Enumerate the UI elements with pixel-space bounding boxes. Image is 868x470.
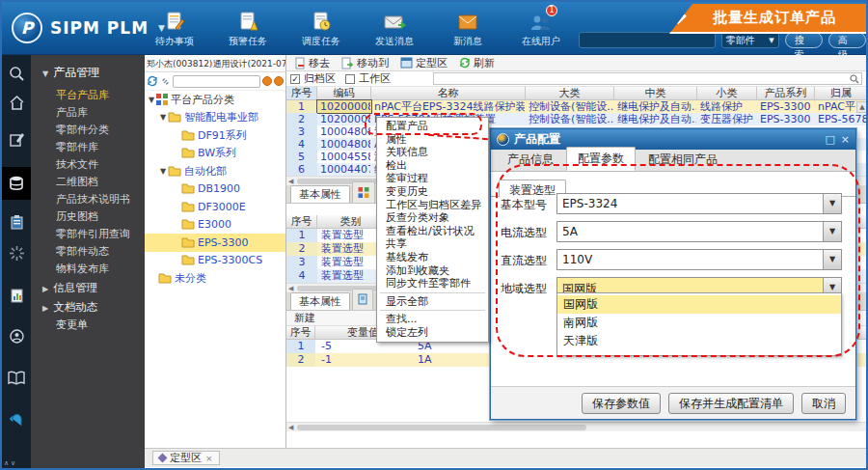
tree-node-series[interactable]: BW系列 <box>145 145 285 163</box>
tree-node-series[interactable]: DB1900 <box>145 180 285 199</box>
remove-button[interactable]: 移去 <box>290 56 334 70</box>
tree-node-root[interactable]: ▼ 平台产品分类 <box>145 91 285 109</box>
refresh-icon[interactable] <box>147 75 158 87</box>
dropdown-option[interactable]: 国网版 <box>557 295 841 314</box>
move-to-button[interactable]: 移动到 <box>338 56 393 70</box>
selected-cell[interactable]: 102000085 <box>317 100 371 113</box>
nav-section-info-mgmt[interactable]: ▶信息管理 <box>31 278 145 297</box>
undo-arrow-icon[interactable] <box>2 406 31 435</box>
menu-item-checkout[interactable]: 检出 <box>377 159 488 173</box>
link-icon[interactable] <box>160 76 171 87</box>
save-params-button[interactable]: 保存参数值 <box>582 393 661 414</box>
save-and-generate-button[interactable]: 保存并生成配置清单 <box>668 393 794 414</box>
nav-item-history-drawings[interactable]: 历史图档 <box>31 208 145 226</box>
clipboard-icon[interactable] <box>2 207 31 236</box>
tree-node-series[interactable]: DF3000E <box>145 198 285 216</box>
scroll-left-arrow[interactable]: ◀ <box>288 424 293 431</box>
tree-filter-next-button[interactable] <box>274 76 284 86</box>
tab-basic-attributes[interactable]: 基本属性 <box>290 292 350 310</box>
nav-section-product-mgmt[interactable]: ▼产品管理 <box>31 55 145 87</box>
send-message-button[interactable]: 发送消息 <box>366 9 422 48</box>
menu-item-lock-left-column[interactable]: 锁定左列 <box>377 326 488 340</box>
tree-filter-input[interactable] <box>173 75 260 88</box>
todo-tasks-button[interactable]: 待办事项 <box>147 9 203 48</box>
chevron-down-icon[interactable]: ▼ <box>823 194 841 213</box>
nav-section-doc-activity[interactable]: ▶文档动态 <box>31 297 145 317</box>
horizontal-scrollbar[interactable]: ◀ <box>286 422 868 431</box>
nav-item-platform-product-lib[interactable]: 平台产品库 <box>31 87 145 104</box>
scroll-up-arrow[interactable]: ▲ <box>856 101 868 113</box>
report-icon[interactable] <box>2 281 31 310</box>
menu-item-related-info[interactable]: 关联信息 <box>377 146 488 159</box>
menu-item-change-history[interactable]: 变更历史 <box>377 185 488 199</box>
table-row[interactable]: 2 102000084 EPS-5678A保护测控装置 控制设备(智能设... … <box>286 113 868 125</box>
close-icon[interactable]: × <box>205 454 213 463</box>
base-model-combobox[interactable]: EPS-3324 ▼ <box>556 193 842 214</box>
refresh-button[interactable]: 刷新 <box>455 56 499 70</box>
tab-config-params[interactable]: 配置参数 <box>566 147 636 171</box>
tree-node-series[interactable]: EPS-3300CS <box>145 252 285 270</box>
zone-button[interactable]: 定型区 <box>396 56 451 70</box>
maximize-icon[interactable]: □ <box>825 133 834 146</box>
search-button[interactable]: 搜索 <box>785 32 823 48</box>
search-category-select[interactable]: 零部件 ▼ <box>721 32 779 48</box>
advanced-search-button[interactable]: 高级 <box>828 32 866 48</box>
tab-basic-attributes[interactable]: 基本属性 <box>290 185 350 203</box>
chevron-down-icon[interactable]: ▼ <box>823 250 841 269</box>
archive-checkbox[interactable]: ✓ <box>290 74 300 84</box>
nav-item-tech-docs[interactable]: 技术文件 <box>31 156 145 174</box>
menu-item-approval-process[interactable]: 签审过程 <box>377 172 488 185</box>
table-search-input[interactable] <box>433 72 862 85</box>
menu-item-share[interactable]: 共享 <box>377 237 488 251</box>
new-message-button[interactable]: 新消息 <box>440 9 496 48</box>
menu-item-find[interactable]: 查找... <box>377 313 488 326</box>
tree-node-dept[interactable]: ▼ 智能配电事业部 <box>145 109 285 127</box>
cancel-button[interactable]: 取消 <box>801 393 846 414</box>
tree-node-uncategorized[interactable]: 未分类 <box>145 269 285 288</box>
strip-scroll-chevrons[interactable]: ∧∨ <box>4 459 17 467</box>
menu-item-sync-files[interactable]: 同步文件至零部件 <box>377 277 488 290</box>
table-row[interactable]: 1 102000085 nPAC平台EPS-3324线路保护装置 控制设备(智能… <box>286 100 868 113</box>
nav-item-part-activity[interactable]: 零部件动态 <box>31 243 145 261</box>
triangle-down-icon[interactable]: ▼ <box>147 96 156 104</box>
menu-item-configure-product[interactable]: 配置产品 <box>377 120 488 133</box>
triangle-down-icon[interactable]: ▼ <box>158 167 168 176</box>
dispatch-tasks-button[interactable]: 调度任务 <box>293 9 349 48</box>
batch-generate-banner[interactable]: 批量生成订单产品 <box>664 4 868 34</box>
nav-item-product-lib[interactable]: 产品库 <box>31 104 145 122</box>
workspace-checkbox[interactable] <box>345 74 355 84</box>
scroll-left-arrow[interactable]: ◀ <box>288 285 293 292</box>
nav-item-2d-drawings[interactable]: 二维图档 <box>31 174 145 191</box>
footer-tab-zone[interactable]: 定型区 × <box>152 451 220 465</box>
headset-icon[interactable] <box>2 321 31 350</box>
dropdown-option[interactable]: 天津版 <box>557 332 841 350</box>
menu-item-view-checkout-status[interactable]: 查看检出/设计状况 <box>377 225 488 238</box>
triangle-down-icon[interactable]: ▼ <box>158 113 168 122</box>
nav-item-part-category[interactable]: 零部件分类 <box>31 122 145 139</box>
book-icon[interactable] <box>2 364 31 393</box>
app-logo[interactable]: P SIPM PLM ▼ <box>12 13 165 43</box>
online-users-button[interactable]: 1 在线用户 <box>513 9 569 48</box>
nav-item-part-lib[interactable]: 零部件库 <box>31 139 145 156</box>
nav-item-tech-manual[interactable]: 产品技术说明书 <box>31 191 145 208</box>
menu-item-add-to-favorites[interactable]: 添加到收藏夹 <box>377 264 488 278</box>
tree-node-series[interactable]: DF91系列 <box>145 126 285 145</box>
context-selector[interactable]: 郑小杰(003812)通用设计(2021-07 ▼ <box>145 55 285 72</box>
dialog-titlebar[interactable]: 产品配置 □ × <box>491 129 855 150</box>
menu-item-show-all[interactable]: 显示全部 <box>377 295 488 309</box>
sipm-search-icon[interactable] <box>2 59 31 88</box>
tab-doc-icon[interactable] <box>352 289 373 310</box>
sync-icon[interactable] <box>2 238 31 267</box>
database-icon[interactable] <box>2 167 31 200</box>
alert-tasks-button[interactable]: 预警任务 <box>220 9 276 48</box>
current-type-combobox[interactable]: 5A ▼ <box>556 221 842 242</box>
nav-item-change-order[interactable]: 变更单 <box>31 317 145 334</box>
tab-classification-attributes[interactable] <box>352 181 375 203</box>
menu-item-baseline-release[interactable]: 基线发布 <box>377 251 488 264</box>
tab-product-info[interactable]: 产品信息 <box>497 149 564 171</box>
scroll-left-arrow[interactable]: ◀ <box>288 178 293 185</box>
nav-item-material-release[interactable]: 物料发布库 <box>31 261 145 278</box>
edit-icon[interactable] <box>2 124 31 153</box>
close-icon[interactable]: × <box>841 133 850 146</box>
global-search-input[interactable] <box>579 32 716 48</box>
